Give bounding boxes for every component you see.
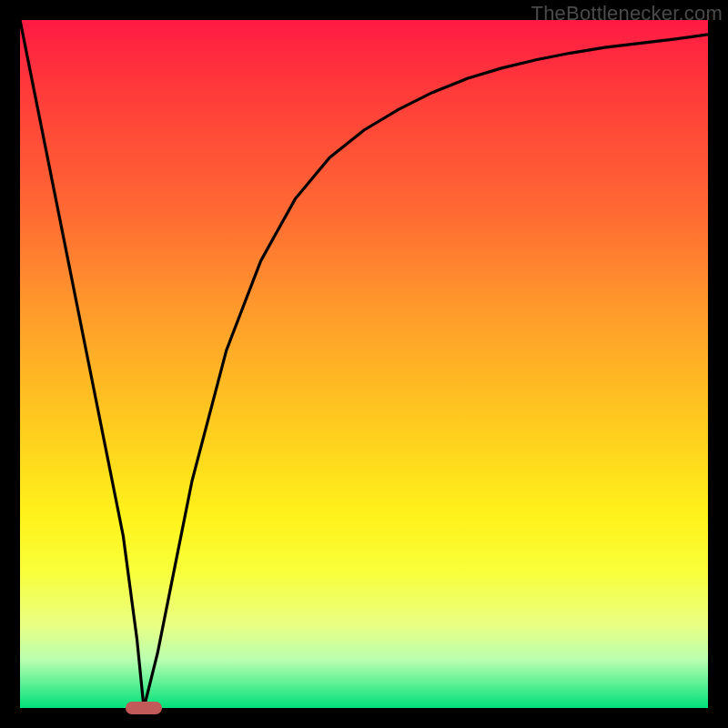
chart-frame: TheBottlenecker.com — [0, 0, 728, 728]
balance-marker — [126, 702, 162, 714]
watermark: TheBottlenecker.com — [531, 2, 723, 25]
bottleneck-curve — [20, 20, 708, 708]
chart-plot-area — [20, 20, 708, 708]
curve-path — [20, 20, 708, 708]
